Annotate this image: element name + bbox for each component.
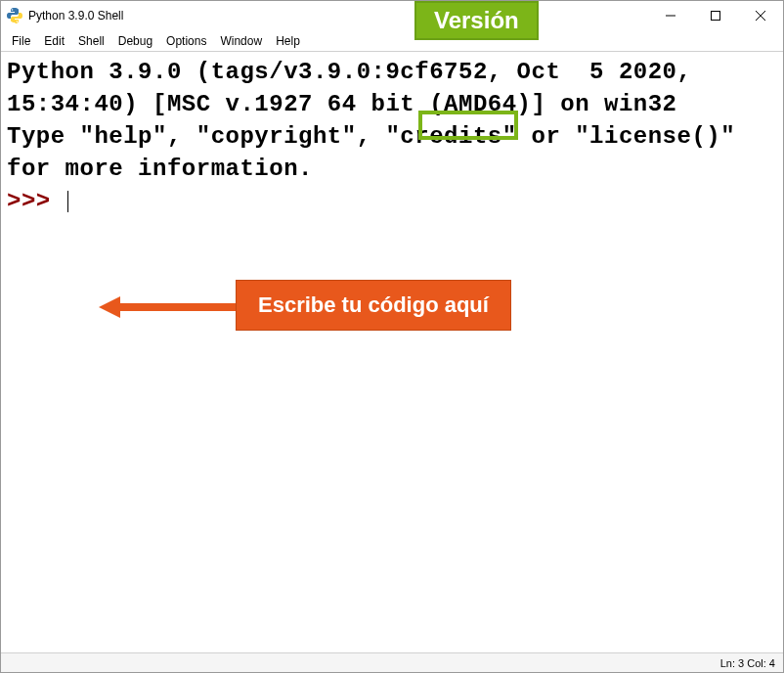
minimize-button[interactable] [648, 1, 693, 30]
shell-prompt: >>> [7, 188, 65, 214]
window-controls [648, 1, 783, 30]
text-cursor [67, 191, 68, 212]
menu-debug[interactable]: Debug [111, 32, 159, 50]
shell-banner-line1: Python 3.9.0 (tags/v3.9.0:9cf6752, Oct 5… [7, 56, 777, 120]
window-title: Python 3.9.0 Shell [28, 9, 123, 22]
shell-prompt-line[interactable]: >>> [7, 185, 777, 217]
shell-content[interactable]: Python 3.9.0 (tags/v3.9.0:9cf6752, Oct 5… [1, 52, 783, 652]
menu-edit[interactable]: Edit [37, 32, 71, 50]
python-icon [7, 8, 22, 23]
statusbar: Ln: 3 Col: 4 [1, 652, 783, 672]
shell-banner-line2: Type "help", "copyright", "credits" or "… [7, 120, 777, 185]
maximize-button[interactable] [693, 1, 738, 30]
svg-rect-3 [712, 12, 720, 21]
annotation-code-hint: Escribe tu código aquí [236, 280, 511, 331]
svg-point-0 [12, 9, 14, 11]
menu-window[interactable]: Window [213, 32, 269, 50]
annotation-version-label: Versión [414, 1, 539, 40]
menu-help[interactable]: Help [269, 32, 307, 50]
menu-shell[interactable]: Shell [71, 32, 111, 50]
titlebar: Python 3.9.0 Shell [1, 1, 783, 30]
statusbar-position: Ln: 3 Col: 4 [720, 657, 775, 669]
menu-file[interactable]: File [5, 32, 37, 50]
svg-point-1 [17, 21, 19, 22]
menu-options[interactable]: Options [159, 32, 213, 50]
menubar: File Edit Shell Debug Options Window Hel… [1, 30, 783, 52]
close-button[interactable] [738, 1, 783, 30]
